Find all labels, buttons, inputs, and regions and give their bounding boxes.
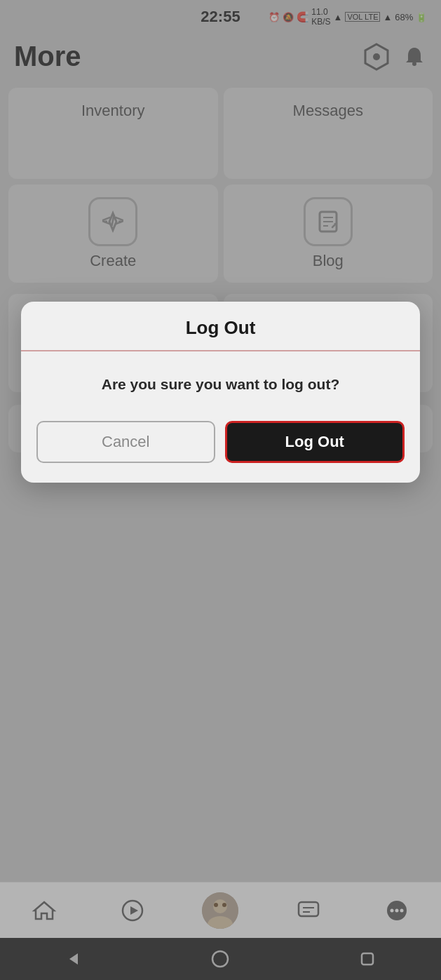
logout-dialog: Log Out Are you sure you want to log out…: [21, 302, 420, 483]
dialog-header: Log Out: [21, 302, 420, 350]
dialog-buttons: Cancel Log Out: [21, 421, 420, 463]
modal-overlay: [0, 0, 441, 980]
cancel-button[interactable]: Cancel: [36, 421, 215, 463]
dialog-message: Are you sure you want to log out?: [102, 376, 340, 392]
confirm-logout-button[interactable]: Log Out: [225, 421, 405, 463]
dialog-body: Are you sure you want to log out?: [21, 351, 420, 414]
dialog-title: Log Out: [186, 317, 256, 338]
